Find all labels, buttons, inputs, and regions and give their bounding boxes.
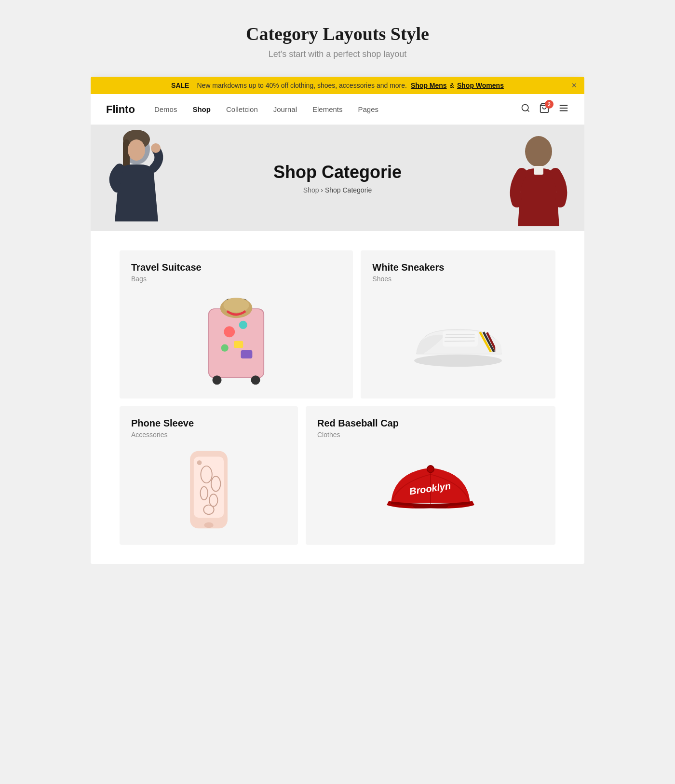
- nav-item-elements[interactable]: Elements: [312, 105, 343, 114]
- nav-item-shop[interactable]: Shop: [192, 105, 211, 114]
- svg-line-28: [445, 337, 475, 338]
- main-content: Travel Suitcase Bags: [91, 231, 584, 564]
- svg-point-36: [197, 460, 202, 465]
- breadcrumb-separator: ›: [321, 186, 325, 194]
- svg-point-17: [224, 326, 235, 337]
- sneaker-image-container: [372, 290, 544, 387]
- nav-item-journal[interactable]: Journal: [273, 105, 297, 114]
- category-card-white-sneakers[interactable]: White Sneakers Shoes: [361, 250, 555, 399]
- announcement-bar: SALE New markdowns up to 40% off clothin…: [91, 77, 584, 94]
- page-subtitle: Let's start with a perfect shop layout: [100, 49, 575, 59]
- nav-links: Demos Shop Colletcion Journal Elements P…: [154, 105, 521, 114]
- site-logo[interactable]: Flinto: [106, 103, 135, 116]
- svg-line-29: [445, 341, 475, 342]
- phone-sleeve-icon: [185, 446, 233, 533]
- category-grid-row1: Travel Suitcase Bags: [120, 250, 555, 399]
- search-button[interactable]: [521, 103, 530, 115]
- shop-womens-link[interactable]: Shop Womens: [457, 82, 504, 89]
- svg-rect-45: [413, 504, 448, 508]
- nav-item-demos[interactable]: Demos: [154, 105, 177, 114]
- menu-button[interactable]: [558, 103, 569, 116]
- cart-count: 2: [545, 100, 554, 109]
- category-sub-2: Accessories: [131, 431, 286, 439]
- svg-point-0: [522, 105, 528, 111]
- svg-point-11: [525, 136, 552, 167]
- svg-point-9: [128, 139, 145, 161]
- sneaker-icon: [410, 310, 506, 368]
- cart-button[interactable]: 2: [539, 103, 550, 116]
- svg-rect-19: [234, 341, 243, 348]
- svg-point-10: [151, 143, 161, 153]
- hero-banner: Shop Categorie Shop › Shop Categorie: [91, 125, 584, 231]
- category-card-travel-suitcase[interactable]: Travel Suitcase Bags: [120, 250, 353, 399]
- svg-rect-12: [534, 166, 543, 175]
- nav-item-pages[interactable]: Pages: [358, 105, 379, 114]
- hero-person-left-figure: [100, 125, 173, 231]
- svg-rect-21: [241, 350, 253, 358]
- announcement-links: Shop Mens & Shop Womens: [411, 82, 504, 89]
- category-title-2: Phone Sleeve: [131, 418, 286, 429]
- svg-point-33: [481, 340, 488, 347]
- announcement-close-button[interactable]: ×: [571, 81, 577, 90]
- category-title-3: Red Baseball Cap: [317, 418, 544, 429]
- svg-point-18: [239, 321, 247, 329]
- shop-mens-link[interactable]: Shop Mens: [411, 82, 447, 89]
- category-grid-row2: Phone Sleeve Accessories: [120, 406, 555, 545]
- svg-point-16: [251, 375, 260, 385]
- ampersand: &: [450, 82, 454, 89]
- page-title: Category Layouts Style: [100, 23, 575, 44]
- hero-title: Shop Categorie: [273, 162, 402, 182]
- svg-point-25: [414, 355, 502, 367]
- nav-item-collection[interactable]: Colletcion: [226, 105, 258, 114]
- svg-point-44: [427, 466, 434, 473]
- svg-rect-26: [443, 331, 478, 347]
- sale-badge: SALE: [171, 82, 189, 89]
- phone-image-container: [131, 446, 286, 533]
- search-icon: [521, 103, 530, 113]
- suitcase-image-container: [131, 290, 341, 387]
- cap-image-container: Brooklyn: [317, 446, 544, 533]
- hamburger-icon: [558, 103, 569, 113]
- nav-icons: 2: [521, 103, 569, 116]
- svg-point-20: [221, 344, 229, 351]
- breadcrumb-home-link[interactable]: Shop: [303, 186, 319, 194]
- category-card-red-baseball-cap[interactable]: Red Baseball Cap Clothes: [306, 406, 555, 545]
- category-card-phone-sleeve[interactable]: Phone Sleeve Accessories: [120, 406, 298, 545]
- navbar: Flinto Demos Shop Colletcion Journal Ele…: [91, 94, 584, 125]
- suitcase-icon: [198, 290, 275, 387]
- category-sub-0: Bags: [131, 275, 341, 283]
- category-title-1: White Sneakers: [372, 262, 544, 273]
- category-sub-1: Shoes: [372, 275, 544, 283]
- svg-point-23: [224, 298, 249, 312]
- breadcrumb: Shop › Shop Categorie: [303, 186, 372, 194]
- page-header: Category Layouts Style Let's start with …: [91, 0, 584, 77]
- svg-point-42: [204, 523, 213, 528]
- svg-point-15: [213, 375, 222, 385]
- announcement-message: New markdowns up to 40% off clothing, sh…: [197, 82, 407, 89]
- svg-line-1: [527, 110, 529, 112]
- category-title-0: Travel Suitcase: [131, 262, 341, 273]
- svg-rect-35: [194, 456, 224, 517]
- baseball-cap-icon: Brooklyn: [382, 454, 479, 526]
- breadcrumb-current: Shop Categorie: [325, 186, 372, 194]
- hero-person-right-figure: [507, 130, 570, 231]
- category-sub-3: Clothes: [317, 431, 544, 439]
